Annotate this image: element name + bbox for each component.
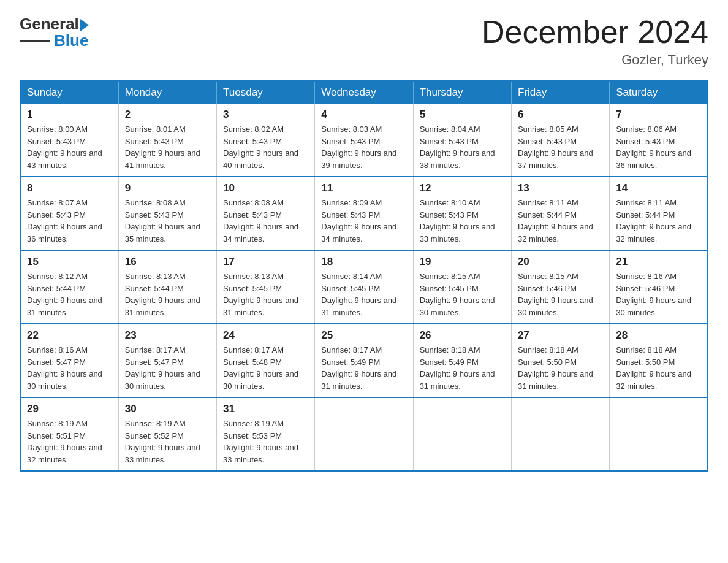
calendar-cell: 18 Sunrise: 8:14 AM Sunset: 5:45 PM Dayl…: [315, 250, 413, 324]
day-info: Sunrise: 8:08 AM Sunset: 5:43 PM Dayligh…: [125, 197, 210, 245]
day-info: Sunrise: 8:17 AM Sunset: 5:47 PM Dayligh…: [125, 344, 210, 392]
calendar-cell: 12 Sunrise: 8:10 AM Sunset: 5:43 PM Dayl…: [413, 177, 511, 250]
calendar-cell: [511, 397, 609, 471]
day-number: 3: [223, 109, 308, 121]
day-info: Sunrise: 8:09 AM Sunset: 5:43 PM Dayligh…: [321, 197, 406, 245]
col-header-tuesday: Tuesday: [217, 81, 315, 104]
calendar-cell: 11 Sunrise: 8:09 AM Sunset: 5:43 PM Dayl…: [315, 177, 413, 250]
calendar-cell: [610, 397, 708, 471]
day-info: Sunrise: 8:16 AM Sunset: 5:47 PM Dayligh…: [27, 344, 112, 392]
calendar-cell: 24 Sunrise: 8:17 AM Sunset: 5:48 PM Dayl…: [217, 324, 315, 397]
day-info: Sunrise: 8:19 AM Sunset: 5:53 PM Dayligh…: [223, 418, 308, 465]
day-number: 8: [27, 182, 112, 194]
calendar-cell: 13 Sunrise: 8:11 AM Sunset: 5:44 PM Dayl…: [511, 177, 609, 250]
calendar-header-row: SundayMondayTuesdayWednesdayThursdayFrid…: [20, 81, 708, 104]
calendar-cell: 5 Sunrise: 8:04 AM Sunset: 5:43 PM Dayli…: [413, 104, 511, 177]
day-info: Sunrise: 8:15 AM Sunset: 5:45 PM Dayligh…: [420, 270, 505, 318]
day-info: Sunrise: 8:12 AM Sunset: 5:44 PM Dayligh…: [27, 270, 112, 318]
day-info: Sunrise: 8:11 AM Sunset: 5:44 PM Dayligh…: [616, 197, 701, 245]
calendar-cell: 15 Sunrise: 8:12 AM Sunset: 5:44 PM Dayl…: [20, 250, 118, 324]
day-number: 28: [616, 329, 701, 342]
day-number: 17: [223, 256, 308, 268]
calendar-cell: 31 Sunrise: 8:19 AM Sunset: 5:53 PM Dayl…: [217, 397, 315, 471]
day-info: Sunrise: 8:13 AM Sunset: 5:45 PM Dayligh…: [223, 270, 308, 318]
day-info: Sunrise: 8:00 AM Sunset: 5:43 PM Dayligh…: [27, 123, 112, 171]
location-text: Gozler, Turkey: [482, 52, 708, 68]
day-number: 23: [125, 329, 210, 342]
calendar-cell: 7 Sunrise: 8:06 AM Sunset: 5:43 PM Dayli…: [610, 104, 708, 177]
day-info: Sunrise: 8:16 AM Sunset: 5:46 PM Dayligh…: [616, 270, 701, 318]
calendar-week-row: 29 Sunrise: 8:19 AM Sunset: 5:51 PM Dayl…: [20, 397, 708, 471]
calendar-cell: 8 Sunrise: 8:07 AM Sunset: 5:43 PM Dayli…: [20, 177, 118, 250]
day-number: 24: [223, 329, 308, 342]
col-header-friday: Friday: [511, 81, 609, 104]
col-header-monday: Monday: [118, 81, 216, 104]
month-title: December 2024: [482, 15, 708, 50]
day-info: Sunrise: 8:14 AM Sunset: 5:45 PM Dayligh…: [321, 270, 406, 318]
day-info: Sunrise: 8:19 AM Sunset: 5:52 PM Dayligh…: [125, 418, 210, 465]
calendar-cell: 28 Sunrise: 8:18 AM Sunset: 5:50 PM Dayl…: [610, 324, 708, 397]
day-number: 14: [616, 182, 701, 194]
calendar-cell: 1 Sunrise: 8:00 AM Sunset: 5:43 PM Dayli…: [20, 104, 118, 177]
calendar-week-row: 1 Sunrise: 8:00 AM Sunset: 5:43 PM Dayli…: [20, 104, 708, 177]
day-number: 6: [518, 109, 603, 121]
day-number: 9: [125, 182, 210, 194]
calendar-cell: [413, 397, 511, 471]
calendar-cell: 3 Sunrise: 8:02 AM Sunset: 5:43 PM Dayli…: [217, 104, 315, 177]
calendar-cell: 4 Sunrise: 8:03 AM Sunset: 5:43 PM Dayli…: [315, 104, 413, 177]
calendar-cell: 17 Sunrise: 8:13 AM Sunset: 5:45 PM Dayl…: [217, 250, 315, 324]
day-number: 25: [321, 329, 406, 342]
col-header-sunday: Sunday: [20, 81, 118, 104]
day-number: 13: [518, 182, 603, 194]
calendar-cell: 22 Sunrise: 8:16 AM Sunset: 5:47 PM Dayl…: [20, 324, 118, 397]
day-number: 11: [321, 182, 406, 194]
day-number: 16: [125, 256, 210, 268]
day-info: Sunrise: 8:15 AM Sunset: 5:46 PM Dayligh…: [518, 270, 603, 318]
calendar-week-row: 8 Sunrise: 8:07 AM Sunset: 5:43 PM Dayli…: [20, 177, 708, 250]
calendar-cell: 16 Sunrise: 8:13 AM Sunset: 5:44 PM Dayl…: [118, 250, 216, 324]
day-info: Sunrise: 8:18 AM Sunset: 5:50 PM Dayligh…: [518, 344, 603, 392]
day-number: 15: [27, 256, 112, 268]
logo: General Blue: [20, 15, 89, 50]
day-number: 19: [420, 256, 505, 268]
calendar-cell: 26 Sunrise: 8:18 AM Sunset: 5:49 PM Dayl…: [413, 324, 511, 397]
day-info: Sunrise: 8:17 AM Sunset: 5:48 PM Dayligh…: [223, 344, 308, 392]
calendar-cell: 21 Sunrise: 8:16 AM Sunset: 5:46 PM Dayl…: [610, 250, 708, 324]
day-info: Sunrise: 8:17 AM Sunset: 5:49 PM Dayligh…: [321, 344, 406, 392]
day-info: Sunrise: 8:10 AM Sunset: 5:43 PM Dayligh…: [420, 197, 505, 245]
day-number: 18: [321, 256, 406, 268]
day-number: 22: [27, 329, 112, 342]
calendar-week-row: 15 Sunrise: 8:12 AM Sunset: 5:44 PM Dayl…: [20, 250, 708, 324]
day-number: 20: [518, 256, 603, 268]
logo-arrow-icon: [80, 19, 89, 31]
title-block: December 2024 Gozler, Turkey: [482, 15, 708, 68]
day-info: Sunrise: 8:03 AM Sunset: 5:43 PM Dayligh…: [321, 123, 406, 171]
day-number: 1: [27, 109, 112, 121]
day-number: 26: [420, 329, 505, 342]
day-info: Sunrise: 8:18 AM Sunset: 5:49 PM Dayligh…: [420, 344, 505, 392]
day-info: Sunrise: 8:02 AM Sunset: 5:43 PM Dayligh…: [223, 123, 308, 171]
day-info: Sunrise: 8:19 AM Sunset: 5:51 PM Dayligh…: [27, 418, 112, 465]
calendar-cell: 6 Sunrise: 8:05 AM Sunset: 5:43 PM Dayli…: [511, 104, 609, 177]
calendar-cell: [315, 397, 413, 471]
day-number: 4: [321, 109, 406, 121]
calendar-table: SundayMondayTuesdayWednesdayThursdayFrid…: [20, 80, 708, 472]
day-number: 27: [518, 329, 603, 342]
day-info: Sunrise: 8:13 AM Sunset: 5:44 PM Dayligh…: [125, 270, 210, 318]
day-number: 31: [223, 403, 308, 415]
calendar-cell: 10 Sunrise: 8:08 AM Sunset: 5:43 PM Dayl…: [217, 177, 315, 250]
page-header: General Blue December 2024 Gozler, Turke…: [20, 15, 708, 68]
day-number: 2: [125, 109, 210, 121]
calendar-cell: 14 Sunrise: 8:11 AM Sunset: 5:44 PM Dayl…: [610, 177, 708, 250]
day-info: Sunrise: 8:04 AM Sunset: 5:43 PM Dayligh…: [420, 123, 505, 171]
col-header-thursday: Thursday: [413, 81, 511, 104]
calendar-cell: 30 Sunrise: 8:19 AM Sunset: 5:52 PM Dayl…: [118, 397, 216, 471]
day-number: 30: [125, 403, 210, 415]
day-info: Sunrise: 8:06 AM Sunset: 5:43 PM Dayligh…: [616, 123, 701, 171]
calendar-cell: 20 Sunrise: 8:15 AM Sunset: 5:46 PM Dayl…: [511, 250, 609, 324]
col-header-saturday: Saturday: [610, 81, 708, 104]
day-info: Sunrise: 8:05 AM Sunset: 5:43 PM Dayligh…: [518, 123, 603, 171]
day-info: Sunrise: 8:07 AM Sunset: 5:43 PM Dayligh…: [27, 197, 112, 245]
day-info: Sunrise: 8:11 AM Sunset: 5:44 PM Dayligh…: [518, 197, 603, 245]
day-number: 7: [616, 109, 701, 121]
